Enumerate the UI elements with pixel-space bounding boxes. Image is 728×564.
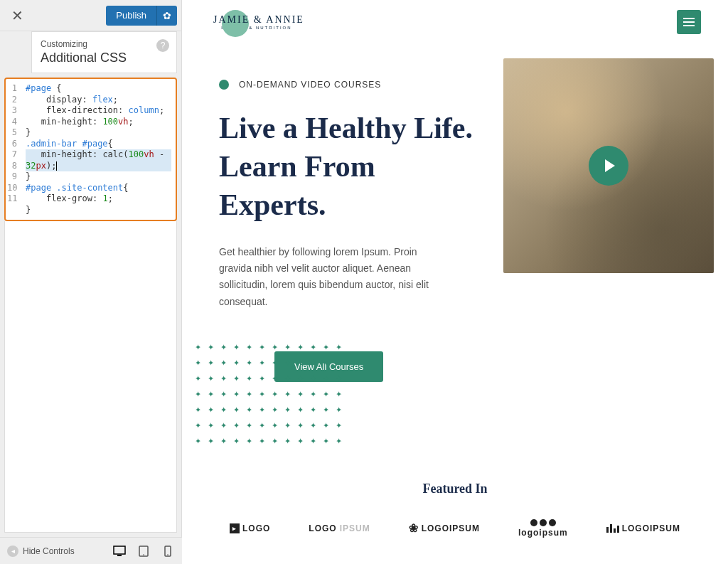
partner-logo: LOGOIPSUM (309, 523, 370, 533)
hero-title: Live a Healthy Life. Learn From Experts. (219, 110, 482, 224)
publish-button[interactable]: Publish (106, 6, 156, 26)
eyebrow: ON-DEMAND VIDEO COURSES (219, 80, 482, 90)
site-header: JAMIE & ANNIE HEALTH & NUTRITION (182, 0, 728, 44)
svg-rect-1 (117, 555, 122, 556)
hero-video-thumbnail[interactable] (503, 58, 714, 273)
site-logo[interactable]: JAMIE & ANNIE HEALTH & NUTRITION (209, 14, 304, 30)
partner-logo: LOGOIPSUM (606, 523, 680, 533)
customizer-sidebar: ✕ Publish ✿ ❮ Customizing Additional CSS… (0, 0, 182, 537)
panel-title: Additional CSS (41, 50, 168, 65)
device-preview-bar: ◂ Hide Controls (0, 537, 182, 564)
close-customizer-button[interactable]: ✕ (4, 3, 30, 28)
publish-settings-button[interactable]: ✿ (156, 6, 177, 26)
svg-point-3 (143, 554, 144, 555)
collapse-icon: ◂ (7, 546, 18, 557)
css-editor[interactable]: 1234567891011 #page { display: flex; fle… (4, 78, 177, 221)
hide-controls-button[interactable]: ◂ Hide Controls (7, 546, 107, 557)
site-preview: JAMIE & ANNIE HEALTH & NUTRITION ON-DEMA… (182, 0, 728, 564)
help-icon[interactable]: ? (156, 39, 169, 52)
play-icon (589, 146, 628, 186)
partner-logo: ▸LOGO (230, 523, 270, 533)
menu-toggle-button[interactable] (677, 10, 701, 34)
gear-icon: ✿ (163, 10, 171, 21)
svg-point-5 (167, 554, 168, 555)
customizing-label: Customizing (41, 39, 168, 49)
line-gutter: 1234567891011 (7, 80, 24, 218)
featured-section: Featured In ▸LOGO LOGOIPSUM ❀LOGOIPSUM l… (182, 481, 728, 538)
mobile-preview-button[interactable] (161, 544, 175, 558)
hero-section: ON-DEMAND VIDEO COURSES Live a Healthy L… (182, 44, 728, 382)
hero-description: Get healthier by following lorem Ipsum. … (219, 244, 432, 309)
code-content[interactable]: #page { display: flex; flex-direction: c… (24, 80, 174, 218)
svg-rect-0 (114, 546, 125, 554)
decorative-dot-grid: ✦✦✦✦✦✦✦✦✦✦✦✦✦✦✦✦✦✦✦✦✦✦✦✦✦✦✦✦✦✦✦✦✦✦✦✦✦✦✦✦… (195, 343, 323, 452)
partner-logo: ❀LOGOIPSUM (409, 521, 480, 535)
hamburger-icon (683, 21, 695, 23)
panel-header: Customizing Additional CSS ? (31, 31, 177, 73)
customizer-topbar: ✕ Publish ✿ (0, 0, 181, 31)
partner-logo: logoipsum (518, 519, 568, 538)
tablet-preview-button[interactable] (136, 544, 151, 558)
featured-title: Featured In (182, 481, 728, 496)
accent-dot-icon (219, 80, 229, 90)
logos-row: ▸LOGO LOGOIPSUM ❀LOGOIPSUM logoipsum LOG… (182, 519, 728, 538)
desktop-preview-button[interactable] (112, 544, 127, 558)
